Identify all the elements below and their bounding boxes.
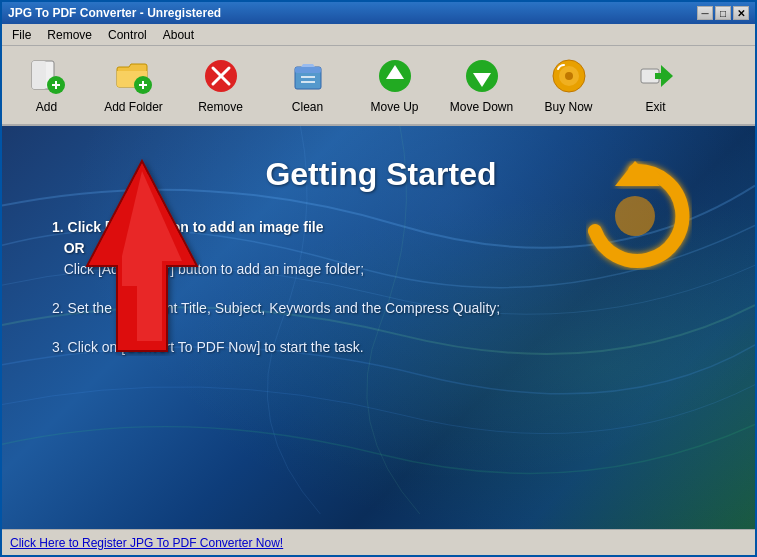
remove-button[interactable]: Remove [178,50,263,120]
add-icon [27,56,67,96]
clean-label: Clean [292,100,323,114]
background-panel: Getting Started 1. Click [Add] button to… [2,126,755,529]
svg-point-21 [565,72,573,80]
svg-rect-12 [295,67,321,73]
menu-about[interactable]: About [157,26,200,44]
remove-icon [201,56,241,96]
menu-remove[interactable]: Remove [41,26,98,44]
close-button[interactable]: ✕ [733,6,749,20]
move-down-button[interactable]: Move Down [439,50,524,120]
exit-label: Exit [645,100,665,114]
move-up-button[interactable]: Move Up [352,50,437,120]
menu-control[interactable]: Control [102,26,153,44]
remove-label: Remove [198,100,243,114]
register-link[interactable]: Click Here to Register JPG To PDF Conver… [10,536,283,550]
exit-button[interactable]: Exit [613,50,698,120]
exit-icon [636,56,676,96]
add-folder-label: Add Folder [104,100,163,114]
add-button[interactable]: Add [4,50,89,120]
menu-file[interactable]: File [6,26,37,44]
minimize-button[interactable]: ─ [697,6,713,20]
clean-button[interactable]: Clean [265,50,350,120]
add-folder-button[interactable]: Add Folder [91,50,176,120]
maximize-button[interactable]: □ [715,6,731,20]
main-content: Getting Started 1. Click [Add] button to… [2,126,755,529]
move-down-label: Move Down [450,100,513,114]
svg-rect-24 [655,73,669,79]
add-label: Add [36,100,57,114]
toolbar: Add Add Folder [2,46,755,126]
add-folder-icon [114,56,154,96]
buy-now-button[interactable]: Buy Now [526,50,611,120]
bottom-bar: Click Here to Register JPG To PDF Conver… [2,529,755,555]
red-arrow [82,156,202,356]
menu-bar: File Remove Control About [2,24,755,46]
svg-rect-1 [32,61,46,89]
svg-rect-4 [55,81,57,89]
svg-rect-7 [142,81,144,89]
move-up-icon [375,56,415,96]
title-bar-buttons: ─ □ ✕ [697,6,749,20]
app-window: JPG To PDF Converter - Unregistered ─ □ … [0,0,757,557]
move-up-label: Move Up [370,100,418,114]
buy-now-label: Buy Now [544,100,592,114]
title-bar: JPG To PDF Converter - Unregistered ─ □ … [2,2,755,24]
move-down-icon [462,56,502,96]
window-title: JPG To PDF Converter - Unregistered [8,6,221,20]
clean-icon [288,56,328,96]
buy-now-icon [549,56,589,96]
